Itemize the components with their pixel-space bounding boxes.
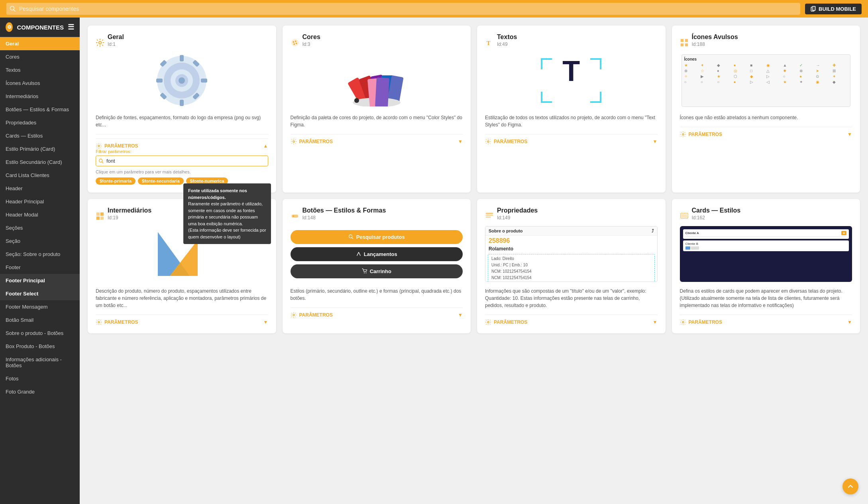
sidebar-item-geral[interactable]: Geral (0, 37, 80, 50)
sidebar-item-footer-select[interactable]: Footer Select (0, 287, 80, 300)
text-icon: T (485, 38, 494, 47)
sidebar-item-estilo-secundario-card[interactable]: Estilo Secundário (Card) (0, 156, 80, 169)
filter-input[interactable] (96, 156, 268, 166)
sidebar-item-secoes[interactable]: Seções (0, 221, 80, 234)
params-expanded-geral: PARÂMETROS ▲ Filtrar parâmetros: Clique … (96, 134, 268, 185)
icon-cell: ◆ (833, 80, 848, 84)
sidebar-item-header-principal[interactable]: Header Principal (0, 195, 80, 208)
cards-estilos-icon (680, 212, 689, 220)
sidebar-item-header[interactable]: Header (0, 182, 80, 195)
sidebar-item-propriedades[interactable]: Propriedades (0, 116, 80, 129)
card-preview-text2: Cliente B (685, 242, 847, 246)
sidebar-item-botao-smail[interactable]: Botão Smail (0, 313, 80, 327)
share-icon: ⤴ (652, 228, 654, 233)
icon-cell: ✦ (799, 80, 815, 84)
card-botoes-header: Botões — Estilos & Formas Id:148 (291, 207, 463, 225)
svg-rect-33 (375, 77, 389, 106)
sidebar: ⚙ COMPONENTES ☰ Geral Cores Textos Ícone… (0, 18, 80, 504)
params-bar-cores[interactable]: PARÂMETROS ▼ (291, 134, 463, 145)
botoes-visual: Pesquisar produtos Lançamentos Carrinho (291, 230, 463, 278)
params-bar-geral[interactable]: PARÂMETROS ▲ (96, 138, 268, 149)
prop-detail-2: Unid.: PC | Emb.: 10 (491, 262, 651, 268)
sidebar-item-cards-estilos[interactable]: Cards — Estilos (0, 129, 80, 142)
icon-cell: ● (734, 80, 749, 84)
params-bar-prop[interactable]: PARÂMETROS ▼ (485, 315, 658, 325)
chevron-up-icon (847, 483, 854, 490)
menu-toggle[interactable]: ☰ (68, 23, 74, 32)
sidebar-item-textos[interactable]: Textos (0, 63, 80, 77)
params-bar-estilos[interactable]: PARÂMETROS ▼ (680, 315, 852, 325)
svg-rect-62 (681, 214, 687, 218)
svg-rect-50 (291, 215, 298, 217)
icon-cell: ⊗ (799, 69, 815, 73)
svg-point-51 (293, 215, 294, 217)
sidebar-item-card-lista-clientes[interactable]: Card Lista Clientes (0, 169, 80, 182)
params-icon-icones (680, 131, 686, 138)
sidebar-item-footer-mensagem[interactable]: Footer Mensagem (0, 300, 80, 313)
icon-cell: ◎ (734, 69, 749, 73)
card-botoes-desc: Estilos (primário, secundário, outline e… (291, 287, 463, 302)
param-tag-fonte-secundaria[interactable]: $fonte-secundaria (138, 177, 184, 185)
svg-rect-39 (685, 39, 687, 42)
icones-grid: ★ ✦ ◆ ● ■ ◉ ▲ ✓ → ✚ ⊕ ☆ (684, 63, 848, 84)
param-tag-fonte-numerica[interactable]: $fonte-numerica (186, 177, 228, 185)
params-chevron-cores: ▼ (458, 139, 463, 144)
search-input[interactable] (6, 3, 800, 15)
params-bar-intermediarios[interactable]: PARÂMETROS ▼ (96, 315, 268, 325)
sidebar-header: ⚙ COMPONENTES ☰ (0, 18, 80, 37)
textos-visual: T (539, 57, 603, 104)
launch-icon (356, 251, 361, 257)
icon-cell: ★ (783, 80, 798, 84)
lancamentos-button[interactable]: Lançamentos (291, 247, 463, 261)
sidebar-item-label: Footer (6, 264, 21, 270)
prop-product-name: Rolamento (485, 246, 657, 252)
sidebar-item-box-produto-botoes[interactable]: Box Produto - Botões (0, 340, 80, 353)
carrinho-button[interactable]: Carrinho (291, 264, 463, 278)
sidebar-item-cores[interactable]: Cores (0, 50, 80, 63)
sidebar-item-estilo-primario-card[interactable]: Estilo Primário (Card) (0, 142, 80, 156)
icon-cell: △ (766, 69, 782, 73)
svg-point-25 (293, 43, 295, 45)
sidebar-item-sobre-produto-botoes[interactable]: Sobre o produto - Botões (0, 327, 80, 340)
icones-label: Ícones (684, 57, 848, 61)
param-tag-fonte-primaria[interactable]: $fonte-primaria (96, 177, 136, 185)
svg-point-21 (291, 39, 298, 46)
params-bar-textos[interactable]: PARÂMETROS ▼ (485, 134, 658, 145)
svg-rect-13 (201, 79, 207, 83)
build-mobile-button[interactable]: BUILD MOBILE (805, 4, 862, 14)
sidebar-item-fotos[interactable]: Fotos (0, 372, 80, 385)
svg-point-4 (99, 41, 101, 44)
icons-icon (680, 38, 689, 47)
sidebar-item-intermediarios[interactable]: Intermediários (0, 90, 80, 103)
icon-cell: ● (799, 74, 815, 79)
svg-rect-3 (812, 6, 815, 10)
sidebar-item-footer-principal[interactable]: Footer Principal (0, 274, 80, 287)
sidebar-item-icones-avulsos[interactable]: Ícones Avulsos (0, 77, 80, 90)
params-icon-interm (96, 319, 102, 325)
card-estilos-image: Cliente A ★ Cliente B (680, 226, 852, 282)
card-intermediarios-title: Intermediários (108, 207, 151, 214)
pesquisar-produtos-button[interactable]: Pesquisar produtos (291, 230, 463, 244)
sidebar-item-informacoes-adicionais-botoes[interactable]: Informações adicionais - Botões (0, 353, 80, 372)
scroll-top-button[interactable] (842, 478, 858, 494)
params-bar-icones[interactable]: PARÂMETROS ▼ (680, 127, 852, 138)
sidebar-item-header-modal[interactable]: Header Modal (0, 208, 80, 221)
sidebar-item-secao[interactable]: Seção (0, 234, 80, 248)
card-geral-id: Id:1 (108, 41, 124, 47)
icon-cell: □ (750, 69, 765, 73)
sidebar-item-botoes-estilos-formas[interactable]: Botões — Estilos & Formas (0, 103, 80, 116)
sidebar-item-label: Header Principal (6, 199, 44, 205)
sidebar-item-label: Seção: Sobre o produto (6, 251, 60, 257)
card-preview-divider (685, 236, 847, 237)
svg-rect-59 (486, 217, 491, 218)
params-bar-botoes[interactable]: PARÂMETROS ▼ (291, 307, 463, 318)
corner-tl (541, 58, 552, 69)
card-botoes-image: Pesquisar produtos Lançamentos Carrinho (291, 226, 463, 282)
icon-cell: ⬡ (734, 74, 749, 79)
sidebar-item-secao-sobre-produto[interactable]: Seção: Sobre o produto (0, 248, 80, 261)
sidebar-item-label: Header Modal (6, 212, 38, 218)
sidebar-item-foto-grande[interactable]: Foto Grande (0, 385, 80, 398)
svg-rect-46 (100, 217, 104, 220)
sidebar-item-footer[interactable]: Footer (0, 261, 80, 274)
params-label-cores: PARÂMETROS (291, 138, 333, 145)
